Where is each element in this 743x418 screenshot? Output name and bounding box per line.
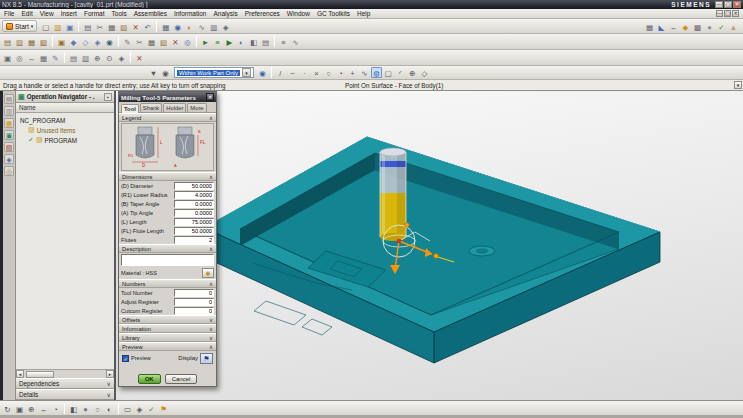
- cutcom-register-input[interactable]: [174, 307, 214, 315]
- constraint-navigator-icon[interactable]: ▥: [4, 106, 14, 116]
- schedule-icon[interactable]: ▦: [644, 21, 655, 32]
- menu-insert[interactable]: Insert: [61, 10, 77, 17]
- copy-icon[interactable]: ▦: [106, 21, 117, 32]
- reuse-library-icon[interactable]: ◈: [4, 154, 14, 164]
- window-group-icon[interactable]: ▥: [208, 21, 219, 32]
- layout-group-icon[interactable]: ▦: [160, 21, 171, 32]
- tree-item-nc-program[interactable]: NC_PROGRAM: [16, 115, 114, 125]
- library-section-header[interactable]: Library ∨: [119, 333, 216, 342]
- shop-documentation-icon[interactable]: ▤: [260, 36, 271, 47]
- milling-tool[interactable]: [380, 148, 406, 241]
- parallel-generate-icon[interactable]: ≡: [212, 36, 223, 47]
- mid-point-icon[interactable]: −: [287, 67, 298, 78]
- curve-group-icon[interactable]: ◉: [172, 21, 183, 32]
- render-group-icon[interactable]: ◐: [184, 21, 195, 32]
- assembly-constraints-icon[interactable]: ◣: [656, 21, 667, 32]
- history-palette-icon[interactable]: ◎: [4, 166, 14, 176]
- pattern-icon[interactable]: ▩: [692, 21, 703, 32]
- pan-view-icon[interactable]: ↔: [38, 403, 49, 414]
- flute-length-input[interactable]: [174, 227, 214, 235]
- preview-checkbox[interactable]: ✓: [122, 355, 129, 362]
- operation-navigator-icon[interactable]: ▣: [4, 130, 14, 140]
- tree-item-program[interactable]: ✓ ▨ PROGRAM: [16, 135, 114, 145]
- two-point-icon[interactable]: ⊕: [407, 67, 418, 78]
- delete-object-icon[interactable]: ✕: [170, 36, 181, 47]
- navigator-horizontal-scrollbar[interactable]: ◂ ▸: [16, 369, 114, 378]
- view-in-layer-icon[interactable]: ▥: [80, 52, 91, 63]
- replay-toolpath-icon[interactable]: ▶: [224, 36, 235, 47]
- feeds-speeds-icon[interactable]: ∿: [290, 36, 301, 47]
- scroll-left-icon[interactable]: ◂: [16, 370, 24, 378]
- create-program-icon[interactable]: ▣: [56, 36, 67, 47]
- post-process-icon[interactable]: ◧: [248, 36, 259, 47]
- fit-view-icon[interactable]: ▣: [14, 403, 25, 414]
- create-tool-icon[interactable]: ◆: [68, 36, 79, 47]
- dropdown-arrow-icon[interactable]: ▾: [242, 68, 251, 77]
- open-icon[interactable]: ▥: [52, 21, 63, 32]
- tab-shank[interactable]: Shank: [140, 103, 162, 112]
- point-on-bounded-plane-icon[interactable]: ▢: [383, 67, 394, 78]
- menu-assemblies[interactable]: Assemblies: [134, 10, 167, 17]
- scrollbar-thumb[interactable]: [26, 371, 54, 378]
- paste-icon[interactable]: ▧: [118, 21, 129, 32]
- menu-edit[interactable]: Edit: [21, 10, 32, 17]
- selection-scope-dropdown[interactable]: Within Work Part Only ▾: [174, 67, 254, 78]
- scroll-right-icon[interactable]: ▸: [106, 370, 114, 378]
- intersection-point-icon[interactable]: ×: [311, 67, 322, 78]
- dialog-close-icon[interactable]: ✕: [206, 93, 214, 101]
- sync-group-icon[interactable]: ◈: [220, 21, 231, 32]
- mdi-close-button[interactable]: ✕: [732, 10, 739, 17]
- type-filter-icon[interactable]: ▼: [148, 67, 159, 78]
- menu-file[interactable]: File: [4, 10, 14, 17]
- mdi-restore-button[interactable]: ▢: [724, 10, 731, 17]
- end-point-icon[interactable]: /: [275, 67, 286, 78]
- tip-angle-input[interactable]: [174, 209, 214, 217]
- pattern-feature-icon[interactable]: ▦: [38, 52, 49, 63]
- verify-icon[interactable]: ✓: [716, 21, 727, 32]
- rotate-view-icon[interactable]: ◔: [50, 403, 61, 414]
- menu-view[interactable]: View: [40, 10, 54, 17]
- cancel-button[interactable]: Cancel: [165, 374, 198, 384]
- description-section-header[interactable]: Description ∧: [119, 244, 216, 253]
- pin-icon[interactable]: ▪: [104, 93, 112, 101]
- part-body[interactable]: [204, 137, 660, 363]
- wcs-display-icon[interactable]: ⊕: [92, 52, 103, 63]
- move-object-icon[interactable]: ↔: [26, 52, 37, 63]
- verify-toolpath-icon[interactable]: ◐: [236, 36, 247, 47]
- tab-more[interactable]: More: [187, 103, 206, 112]
- studio-render-icon[interactable]: ◐: [104, 403, 115, 414]
- menu-help[interactable]: Help: [357, 10, 370, 17]
- navigator-header[interactable]: ▣ Operation Navigator - . ▪: [16, 91, 114, 103]
- materials-icon[interactable]: ◆: [680, 21, 691, 32]
- edit-section-icon[interactable]: ✎: [50, 52, 61, 63]
- navigator-column-header[interactable]: Name: [16, 103, 114, 113]
- numbers-section-header[interactable]: Numbers ∧: [119, 279, 216, 288]
- menu-information[interactable]: Information: [174, 10, 207, 17]
- move-component-icon[interactable]: ↔: [668, 21, 679, 32]
- legend-section-header[interactable]: Legend ∧: [119, 113, 216, 122]
- dependencies-section[interactable]: Dependencies ∨: [16, 378, 114, 389]
- flutes-input[interactable]: [174, 236, 214, 244]
- quadrant-point-icon[interactable]: ◔: [335, 67, 346, 78]
- mdi-minimize-button[interactable]: —: [716, 10, 723, 17]
- object-display-icon[interactable]: ▣: [2, 52, 13, 63]
- lower-radius-input[interactable]: [174, 191, 214, 199]
- refresh-icon[interactable]: ↻: [2, 403, 13, 414]
- menu-format[interactable]: Format: [84, 10, 105, 17]
- machine-tool-view-icon[interactable]: ▥: [14, 36, 25, 47]
- menu-gc-toolkits[interactable]: GC Toolkits: [317, 10, 350, 17]
- tree-item-unused-items[interactable]: ▨ Unused Items: [16, 125, 114, 135]
- details-section[interactable]: Details ∨: [16, 389, 114, 400]
- description-textarea[interactable]: [121, 254, 214, 266]
- create-operation-icon[interactable]: ◉: [104, 36, 115, 47]
- tab-holder[interactable]: Holder: [163, 103, 186, 112]
- point-on-curve-icon[interactable]: ∿: [359, 67, 370, 78]
- show-and-hide-icon[interactable]: ◎: [14, 52, 25, 63]
- tab-tool[interactable]: Tool: [121, 104, 139, 113]
- draft-analysis-icon[interactable]: ▲: [728, 21, 739, 32]
- arc-center-icon[interactable]: ○: [323, 67, 334, 78]
- cue-expand-button[interactable]: ▾: [734, 81, 742, 89]
- ok-button[interactable]: OK: [138, 374, 161, 384]
- delete-icon[interactable]: ✕: [130, 21, 141, 32]
- adjust-register-input[interactable]: [174, 298, 214, 306]
